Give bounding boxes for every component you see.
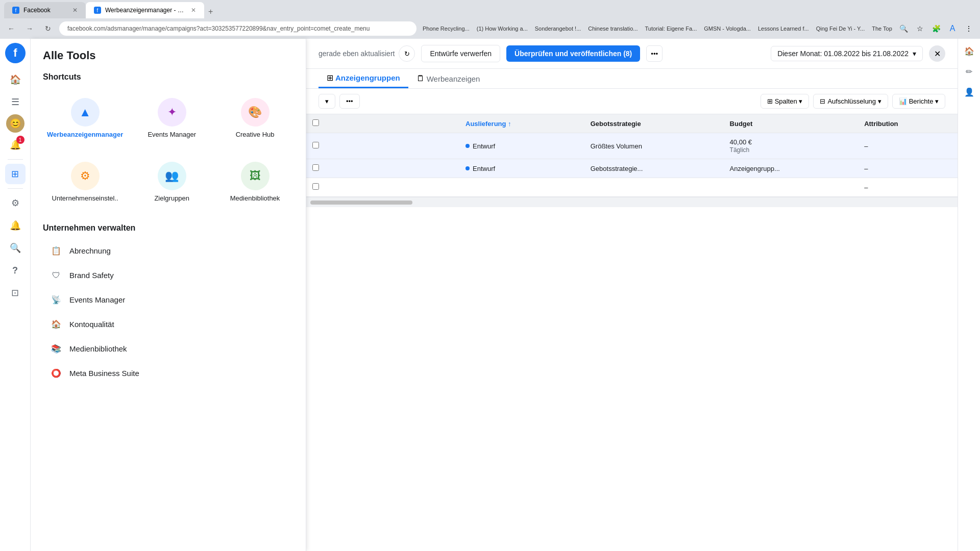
- werbeanzeigen-tab-icon: 🗒: [416, 74, 425, 83]
- sidebar-icon-home[interactable]: 🏠: [5, 69, 26, 90]
- menu-item-brand-safety[interactable]: 🛡 Brand Safety: [43, 263, 293, 288]
- tab1-close[interactable]: ✕: [72, 7, 78, 14]
- row1-checkbox[interactable]: [312, 142, 319, 148]
- columns-button[interactable]: ⊞ Spalten ▾: [761, 94, 810, 109]
- sidebar-icon-notifications[interactable]: 🔔 1: [5, 135, 26, 155]
- sidebar-icon-settings[interactable]: ⚙: [5, 193, 26, 213]
- browser-tab-1[interactable]: f Facebook ✕: [4, 2, 86, 18]
- shortcut-creative-hub[interactable]: 🎨 Creative Hub: [216, 90, 293, 147]
- sidebar-icon-search[interactable]: 🔍: [5, 238, 26, 258]
- row3-budget: [724, 178, 859, 197]
- browser-tabs: f Facebook ✕ f Werbeanzeigenmanager - We…: [4, 0, 217, 18]
- row3-name: [306, 178, 459, 197]
- shortcut-medienbibliothek[interactable]: 🖼 Medienbibliothek: [216, 154, 293, 211]
- table-row[interactable]: Entwurf Größtes Volumen 40,00 € Täglich …: [306, 133, 958, 159]
- brand-safety-icon: 🛡: [49, 268, 63, 283]
- forward-button[interactable]: →: [22, 21, 37, 36]
- close-button[interactable]: ✕: [929, 45, 945, 62]
- abrechnung-label: Abrechnung: [69, 246, 111, 255]
- tab-anzeigengruppen[interactable]: ⊞ Anzeigengruppen: [318, 69, 408, 88]
- left-sidebar: f 🏠 ☰ 😊 🔔 1 ⊞ ⚙ 🔔 🔍 ? ⊡: [0, 39, 31, 551]
- date-range-picker[interactable]: Dieser Monat: 01.08.2022 bis 21.08.2022 …: [771, 46, 923, 61]
- filter-dropdown[interactable]: ▾: [318, 94, 335, 109]
- scrollbar-thumb[interactable]: [310, 201, 412, 205]
- bookmark-4[interactable]: Chinese translatio...: [586, 24, 640, 33]
- address-bar[interactable]: facebook.com/adsmanager/manage/campaigns…: [59, 21, 416, 36]
- extension-icon[interactable]: 🧩: [929, 21, 943, 36]
- row3-checkbox[interactable]: [312, 183, 319, 190]
- reports-button[interactable]: 📊 Berichte ▾: [892, 94, 945, 109]
- zoom-icon[interactable]: 🔍: [896, 21, 911, 36]
- menu-item-kontoqualitat[interactable]: 🏠 Kontoqualität: [43, 312, 293, 337]
- sidebar-icon-help[interactable]: ?: [5, 260, 26, 281]
- menu-item-events-manager[interactable]: 📡 Events Manager: [43, 288, 293, 312]
- bookmark-7[interactable]: Lessons Learned f...: [756, 24, 811, 33]
- sidebar-icon-grid[interactable]: ⊞: [5, 164, 26, 184]
- campaign-tabs: ⊞ Anzeigengruppen 🗒 Werbeanzeigen: [306, 69, 958, 89]
- browser-tab-2[interactable]: f Werbeanzeigenmanager - We... ✕: [86, 2, 204, 18]
- col-header-gebotsstrategie[interactable]: Gebotsstrategie: [584, 114, 724, 133]
- refresh-button[interactable]: ↻: [399, 45, 415, 62]
- profile-icon[interactable]: A: [945, 21, 960, 36]
- menu-item-meta-business-suite[interactable]: ⭕ Meta Business Suite: [43, 361, 293, 386]
- sidebar-icon-menu[interactable]: ☰: [5, 92, 26, 112]
- right-panel-person-icon[interactable]: 👤: [961, 84, 977, 100]
- right-panel-edit-icon[interactable]: ✏: [961, 63, 977, 80]
- right-panel-home-icon[interactable]: 🏠: [961, 43, 977, 59]
- row3-attribution: –: [858, 178, 958, 197]
- sidebar-icon-bell[interactable]: 🔔: [5, 215, 26, 236]
- horizontal-scrollbar[interactable]: [306, 197, 958, 207]
- back-button[interactable]: ←: [4, 21, 18, 36]
- sidebar-divider-1: [8, 159, 23, 160]
- bookmark-2[interactable]: (1) How Working a...: [475, 24, 530, 33]
- browser-menu-icon[interactable]: ⋮: [962, 21, 976, 36]
- bookmark-3[interactable]: Sonderangebot !...: [533, 24, 583, 33]
- col-header-auslieferung[interactable]: Auslieferung ↑: [459, 114, 584, 133]
- kontoqualitat-icon: 🏠: [49, 317, 63, 332]
- bookmark-9[interactable]: The Top 3 Platfor...: [870, 24, 892, 33]
- facebook-logo[interactable]: f: [5, 43, 26, 63]
- shortcut-unternehmenseinstellungen[interactable]: ⚙ Unternehmenseinstel..: [43, 154, 127, 211]
- more-options-button[interactable]: •••: [646, 45, 663, 62]
- row1-attribution: –: [858, 133, 958, 159]
- brand-safety-label: Brand Safety: [69, 271, 114, 280]
- reload-button[interactable]: ↻: [41, 21, 55, 36]
- discard-button[interactable]: Entwürfe verwerfen: [421, 45, 500, 62]
- row2-checkbox[interactable]: [312, 164, 319, 171]
- tab2-title: Werbeanzeigenmanager - We...: [105, 7, 187, 14]
- notification-badge: 1: [16, 136, 24, 144]
- menu-item-medienbibliothek[interactable]: 📚 Medienbibliothek: [43, 337, 293, 361]
- date-range-text: Dieser Monat: 01.08.2022 bis 21.08.2022: [777, 49, 909, 58]
- row1-budget-period: Täglich: [730, 146, 750, 154]
- bookmark-1[interactable]: Phone Recycling...: [421, 24, 472, 33]
- shortcut-werbeanzeigenmanager[interactable]: ▲ Werbeanzeigenmanager: [43, 90, 127, 147]
- bookmark-8[interactable]: Qing Fei De Yi - Y...: [814, 24, 867, 33]
- shortcut-zielgruppen[interactable]: 👥 Zielgruppen: [133, 154, 210, 211]
- auslieferung-header-text: Auslieferung ↑: [465, 120, 511, 128]
- sidebar-icon-code[interactable]: ⊡: [5, 283, 26, 303]
- new-tab-button[interactable]: +: [204, 5, 217, 18]
- close-icon: ✕: [934, 49, 941, 59]
- breakdown-button[interactable]: ⊟ Aufschlüsselung ▾: [813, 94, 888, 109]
- publish-button[interactable]: Überprüfen und veröffentlichen (8): [506, 45, 640, 62]
- col-header-budget[interactable]: Budget: [724, 114, 859, 133]
- more-filters-icon: •••: [346, 97, 353, 105]
- bookmark-5[interactable]: Tutorial: Eigene Fa...: [643, 24, 699, 33]
- table-row[interactable]: –: [306, 178, 958, 197]
- star-icon[interactable]: ☆: [913, 21, 927, 36]
- col-header-attribution[interactable]: Attribution: [858, 114, 958, 133]
- browser-chrome: f Facebook ✕ f Werbeanzeigenmanager - We…: [0, 0, 980, 18]
- shortcut-events-manager[interactable]: ✦ Events Manager: [133, 90, 210, 147]
- tab2-close[interactable]: ✕: [191, 7, 196, 14]
- sidebar-avatar[interactable]: 😊: [6, 114, 24, 133]
- tab-werbeanzeigen[interactable]: 🗒 Werbeanzeigen: [408, 70, 488, 87]
- bookmark-6[interactable]: GMSN - Vologda...: [702, 24, 753, 33]
- table-row[interactable]: Entwurf Gebotsstrategie... Anzeigengrupp…: [306, 159, 958, 178]
- select-all-checkbox[interactable]: [312, 119, 319, 126]
- row2-auslieferung: Entwurf: [459, 159, 584, 178]
- col-header-name[interactable]: [306, 114, 459, 133]
- browser-addressbar: ← → ↻ facebook.com/adsmanager/manage/cam…: [0, 18, 980, 39]
- more-filters-button[interactable]: •••: [339, 94, 360, 109]
- menu-item-abrechnung[interactable]: 📋 Abrechnung: [43, 239, 293, 263]
- columns-label: Spalten ▾: [775, 97, 803, 105]
